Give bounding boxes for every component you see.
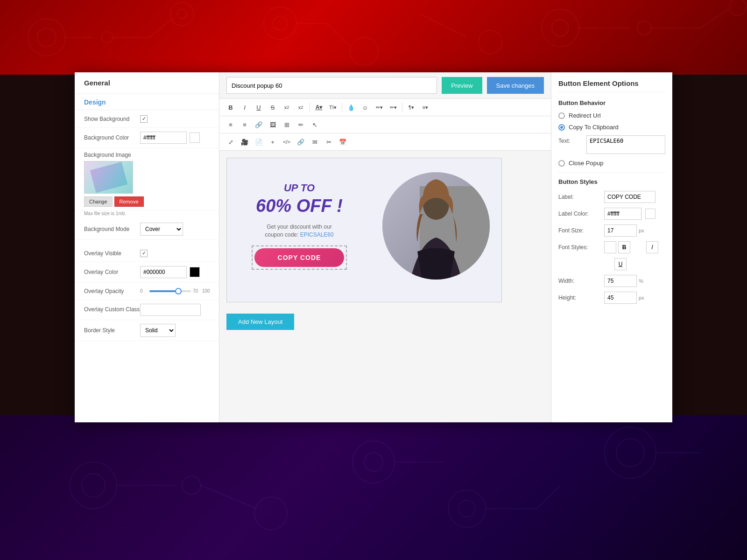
text-format-button[interactable]: TI▾	[326, 101, 339, 114]
height-control: px	[604, 292, 644, 304]
height-unit: px	[639, 295, 644, 301]
background-color-input[interactable]	[140, 132, 187, 144]
right-panel-title: Button Element Options	[558, 79, 665, 92]
popup-coupon-link[interactable]: EPICSALE60	[300, 231, 334, 238]
width-input[interactable]	[604, 275, 637, 287]
background-mode-row: Background Mode Cover Contain Repeat No …	[75, 219, 219, 240]
popup-copy-button[interactable]: COPY CODE	[254, 248, 345, 267]
background-color-swatch[interactable]	[190, 133, 200, 143]
popup-canvas: UP TO 60% OFF ! Get your discount with o…	[226, 158, 502, 302]
font-color-button[interactable]: A▾	[312, 101, 325, 114]
svg-point-7	[177, 9, 187, 19]
styles-section-title: Button Styles	[558, 178, 665, 185]
video-button[interactable]: 🎥	[238, 135, 251, 148]
font-styles-controls: B I	[604, 241, 658, 253]
background-mode-select[interactable]: Cover Contain Repeat No Repeat	[140, 223, 183, 236]
remove-image-button[interactable]: Remove	[114, 196, 144, 207]
close-popup-radio[interactable]	[558, 160, 565, 167]
font-style-underline-spacer	[600, 258, 613, 270]
overlay-color-input[interactable]	[140, 266, 187, 278]
unordered-list-button[interactable]: ≡	[238, 118, 251, 131]
code-button[interactable]: </>	[280, 135, 293, 148]
background-image-row: Background Image Change Remove	[75, 148, 219, 211]
border-style-row: Border Style Solid Dashed Dotted None	[75, 320, 219, 341]
background-color-row: Background Color	[75, 128, 219, 148]
overlay-custom-class-control	[140, 304, 210, 316]
popup-subtitle-prefix: coupon code:	[265, 231, 300, 238]
save-changes-button[interactable]: Save changes	[487, 77, 544, 94]
overlay-opacity-slider-container: 0 70 100	[140, 288, 210, 294]
italic-button[interactable]: I	[238, 101, 251, 114]
height-input[interactable]	[604, 292, 637, 304]
font-size-input[interactable]	[604, 224, 637, 237]
svg-point-22	[729, 0, 746, 15]
text-textarea[interactable]: EPICSALE60	[586, 135, 665, 154]
behavior-section-title: Button Behavior	[558, 99, 665, 106]
underline-button[interactable]: U	[252, 101, 265, 114]
preview-button[interactable]: Preview	[442, 77, 482, 94]
svg-point-32	[448, 490, 486, 527]
strikethrough-button[interactable]: S	[266, 101, 279, 114]
font-size-control: px	[604, 224, 644, 237]
border-style-label: Border Style	[84, 327, 140, 334]
subscript-button[interactable]: x2	[280, 101, 293, 114]
design-section-title: Design	[75, 94, 219, 110]
pen1-button[interactable]: ✏▾	[373, 101, 386, 114]
overlay-custom-class-input[interactable]	[140, 304, 201, 316]
label-input[interactable]	[604, 191, 655, 203]
show-background-checkbox[interactable]: ✓	[140, 115, 148, 123]
label-color-input[interactable]	[604, 208, 641, 220]
bold-button[interactable]: B	[224, 101, 237, 114]
background-image-preview	[84, 161, 133, 194]
pen2-button[interactable]: ✏▾	[387, 101, 400, 114]
font-size-unit: px	[639, 228, 644, 233]
svg-line-12	[327, 23, 350, 47]
popup-name-input[interactable]	[226, 77, 437, 94]
toolbar-sep-1	[310, 103, 310, 112]
label-color-swatch[interactable]	[645, 209, 655, 219]
envelope-button[interactable]: ✉	[308, 135, 321, 148]
overlay-visible-checkbox[interactable]: ✓	[140, 250, 148, 257]
superscript-button[interactable]: x2	[294, 101, 307, 114]
doc-button[interactable]: 📄	[252, 135, 265, 148]
align-button[interactable]: ≡▾	[419, 101, 432, 114]
add-button[interactable]: +	[266, 135, 279, 148]
expand-button[interactable]: ⤢	[224, 135, 237, 148]
copy-clipboard-radio[interactable]	[558, 124, 565, 131]
border-style-select[interactable]: Solid Dashed Dotted None	[140, 324, 176, 337]
table-button[interactable]: ⊞	[280, 118, 293, 131]
center-area: Preview Save changes B I U S x2 x2 A▾ TI…	[219, 72, 551, 422]
share-button[interactable]: 🔗	[294, 135, 307, 148]
border-style-control: Solid Dashed Dotted None	[140, 324, 210, 337]
canvas-area: UP TO 60% OFF ! Get your discount with o…	[219, 151, 551, 422]
add-new-layout-button[interactable]: Add New Layout	[226, 314, 294, 330]
calendar-button[interactable]: 📅	[336, 135, 349, 148]
link-button[interactable]: 🔗	[252, 118, 265, 131]
font-style-underline-btn[interactable]: U	[614, 258, 627, 270]
overlay-opacity-thumb[interactable]	[175, 288, 182, 294]
popup-percent-text: 60% OFF !	[256, 196, 343, 216]
width-row: Width: %	[558, 275, 665, 287]
change-image-button[interactable]: Change	[84, 196, 113, 207]
emoji-button[interactable]: ☺	[359, 101, 372, 114]
paragraph-button[interactable]: ¶▾	[405, 101, 418, 114]
image-button[interactable]: 🖼	[266, 118, 279, 131]
toolbar-sep-3	[402, 103, 402, 112]
popup-left-section: UP TO 60% OFF ! Get your discount with o…	[227, 158, 367, 294]
font-style-normal-btn[interactable]	[604, 241, 616, 253]
font-style-italic-btn[interactable]: I	[646, 241, 658, 253]
redirect-url-radio-row: Redirect Url	[558, 112, 665, 119]
overlay-color-swatch[interactable]	[190, 267, 200, 277]
svg-point-1	[37, 28, 56, 47]
ink-color-button[interactable]: 💧	[345, 101, 358, 114]
overlay-opacity-label: Overlay Opacity	[84, 288, 140, 294]
scissors-button[interactable]: ✂	[322, 135, 335, 148]
text-field-label: Text:	[558, 135, 582, 144]
redirect-url-radio[interactable]	[558, 112, 565, 119]
ordered-list-button[interactable]: ≡	[224, 118, 237, 131]
cursor-button[interactable]: ↖	[308, 118, 321, 131]
close-popup-radio-row: Close Popup	[558, 160, 665, 167]
font-style-bold-btn[interactable]: B	[618, 241, 630, 253]
sidebar-title: General	[75, 72, 219, 94]
highlight-button[interactable]: ✏	[294, 118, 307, 131]
